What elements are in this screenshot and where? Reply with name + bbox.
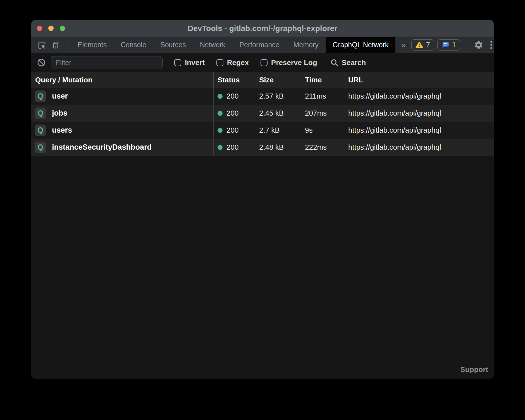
response-size: 2.48 kB <box>255 139 301 156</box>
traffic-lights <box>37 20 65 37</box>
toolbar-divider <box>68 41 68 49</box>
tab-graphql-network[interactable]: GraphQL Network <box>326 37 396 53</box>
inspect-element-icon[interactable] <box>36 39 48 51</box>
status-code: 200 <box>226 109 238 118</box>
invert-checkbox[interactable] <box>174 59 181 66</box>
query-name: users <box>52 126 72 135</box>
regex-checkbox-group[interactable]: Regex <box>216 58 249 67</box>
filter-input[interactable] <box>51 56 163 69</box>
query-name: jobs <box>52 109 68 118</box>
query-name: instanceSecurityDashboard <box>52 143 152 152</box>
response-time: 9s <box>301 122 344 139</box>
warnings-count: 7 <box>426 41 430 49</box>
tab-console[interactable]: Console <box>114 37 153 53</box>
status-ok-dot <box>218 94 223 99</box>
column-header-url[interactable]: URL <box>344 72 494 88</box>
warnings-badge[interactable]: 7 <box>411 39 434 51</box>
column-header-status[interactable]: Status <box>214 72 255 88</box>
more-options-icon[interactable] <box>488 41 494 49</box>
status-code: 200 <box>226 126 238 135</box>
tabbar-right-controls: 7 1 <box>411 37 494 53</box>
request-url: https://gitlab.com/api/graphql <box>344 88 494 105</box>
toolbar-icons <box>31 37 71 53</box>
response-time: 207ms <box>301 105 344 122</box>
regex-checkbox[interactable] <box>216 59 223 66</box>
request-url: https://gitlab.com/api/graphql <box>344 122 494 139</box>
status-ok-dot <box>218 111 223 116</box>
block-clear-icon[interactable] <box>37 58 46 67</box>
response-time: 211ms <box>301 88 344 105</box>
table-row[interactable]: Q instanceSecurityDashboard 200 2.48 kB … <box>31 139 494 156</box>
filter-bar: Invert Regex Preserve Log Search <box>31 53 494 72</box>
device-toolbar-icon[interactable] <box>50 39 63 51</box>
regex-label: Regex <box>227 58 249 67</box>
request-url: https://gitlab.com/api/graphql <box>344 139 494 156</box>
window-title: DevTools - gitlab.com/-/graphql-explorer <box>31 24 494 33</box>
settings-gear-icon[interactable] <box>472 39 485 51</box>
devtools-tabs: Elements Console Sources Network Perform… <box>71 37 411 53</box>
title-bar: DevTools - gitlab.com/-/graphql-explorer <box>31 20 494 37</box>
table-row[interactable]: Q users 200 2.7 kB 9s https://gitlab.com… <box>31 122 494 139</box>
preserve-log-label: Preserve Log <box>271 58 317 67</box>
column-header-size[interactable]: Size <box>255 72 301 88</box>
tab-sources[interactable]: Sources <box>153 37 193 53</box>
invert-label: Invert <box>185 58 205 67</box>
request-url: https://gitlab.com/api/graphql <box>344 105 494 122</box>
minimize-window-button[interactable] <box>48 26 54 31</box>
zoom-window-button[interactable] <box>60 26 65 31</box>
messages-badge[interactable]: 1 <box>437 39 460 51</box>
more-tabs-chevron-icon[interactable]: » <box>395 37 411 53</box>
response-size: 2.7 kB <box>255 122 301 139</box>
search-icon <box>330 58 338 67</box>
invert-checkbox-group[interactable]: Invert <box>174 58 205 67</box>
warning-triangle-icon <box>415 41 423 49</box>
preserve-log-checkbox-group[interactable]: Preserve Log <box>261 58 317 67</box>
response-size: 2.57 kB <box>255 88 301 105</box>
table-row[interactable]: Q user 200 2.57 kB 211ms https://gitlab.… <box>31 88 494 105</box>
status-code: 200 <box>226 143 238 152</box>
preserve-log-checkbox[interactable] <box>261 59 268 66</box>
query-type-badge: Q <box>35 142 46 153</box>
search-label: Search <box>342 58 366 67</box>
tab-network[interactable]: Network <box>193 37 233 53</box>
column-header-query-mutation[interactable]: Query / Mutation <box>31 72 214 88</box>
tab-elements[interactable]: Elements <box>71 37 114 53</box>
tab-performance[interactable]: Performance <box>232 37 286 53</box>
table-header-row: Query / Mutation Status Size Time URL <box>31 72 494 88</box>
query-name: user <box>52 92 68 101</box>
query-type-badge: Q <box>35 108 46 119</box>
tab-memory[interactable]: Memory <box>286 37 325 53</box>
response-time: 222ms <box>301 139 344 156</box>
status-ok-dot <box>218 145 223 150</box>
devtools-window: DevTools - gitlab.com/-/graphql-explorer… <box>31 20 494 379</box>
column-header-time[interactable]: Time <box>301 72 344 88</box>
table-row[interactable]: Q jobs 200 2.45 kB 207ms https://gitlab.… <box>31 105 494 122</box>
requests-table: Query / Mutation Status Size Time URL Q … <box>31 72 494 156</box>
response-size: 2.45 kB <box>255 105 301 122</box>
devtools-tab-bar: Elements Console Sources Network Perform… <box>31 37 494 53</box>
status-ok-dot <box>218 128 223 133</box>
query-type-badge: Q <box>35 90 46 102</box>
search-control[interactable]: Search <box>330 58 366 67</box>
tabbar-right-divider <box>466 41 466 49</box>
status-code: 200 <box>226 92 238 101</box>
chat-bubble-icon <box>441 41 449 49</box>
query-type-badge: Q <box>35 125 46 136</box>
graphql-network-panel: Invert Regex Preserve Log Search Query /… <box>31 53 494 378</box>
close-window-button[interactable] <box>37 26 42 31</box>
messages-count: 1 <box>452 41 456 49</box>
support-link[interactable]: Support <box>460 365 488 374</box>
